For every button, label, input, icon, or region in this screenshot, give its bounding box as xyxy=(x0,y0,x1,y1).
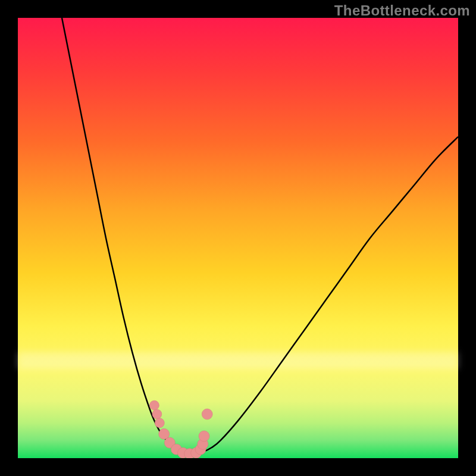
bead-point xyxy=(199,431,209,441)
curve-left xyxy=(62,18,185,455)
bead-point xyxy=(149,400,159,410)
chart-svg xyxy=(18,18,458,458)
curve-right xyxy=(185,137,458,455)
chart-frame: TheBottleneck.com xyxy=(0,0,476,476)
bead-point xyxy=(152,409,162,419)
watermark-text: TheBottleneck.com xyxy=(334,2,470,19)
bead-point xyxy=(155,418,164,428)
bead-point xyxy=(202,409,212,419)
